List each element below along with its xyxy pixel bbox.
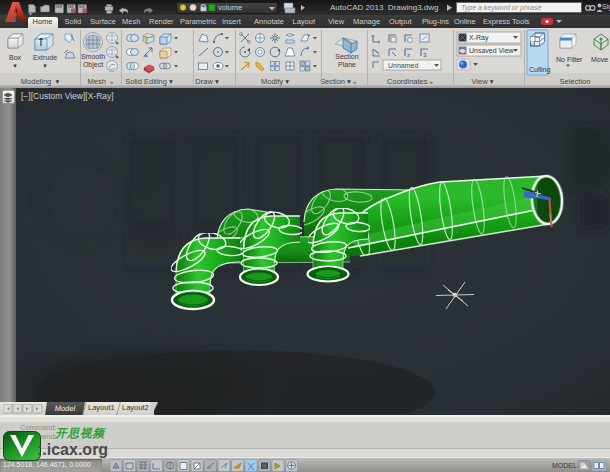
svg-text:3: 3 [423, 52, 427, 58]
svg-text:Unnamed: Unnamed [388, 62, 418, 69]
svg-text:No Filter: No Filter [556, 56, 583, 63]
svg-text:Culling: Culling [529, 66, 551, 74]
svg-text:z: z [407, 52, 410, 58]
svg-text:Unsaved View: Unsaved View [469, 47, 515, 54]
svg-text:Move: Move [591, 56, 608, 63]
svg-text:X-Ray: X-Ray [469, 34, 489, 42]
